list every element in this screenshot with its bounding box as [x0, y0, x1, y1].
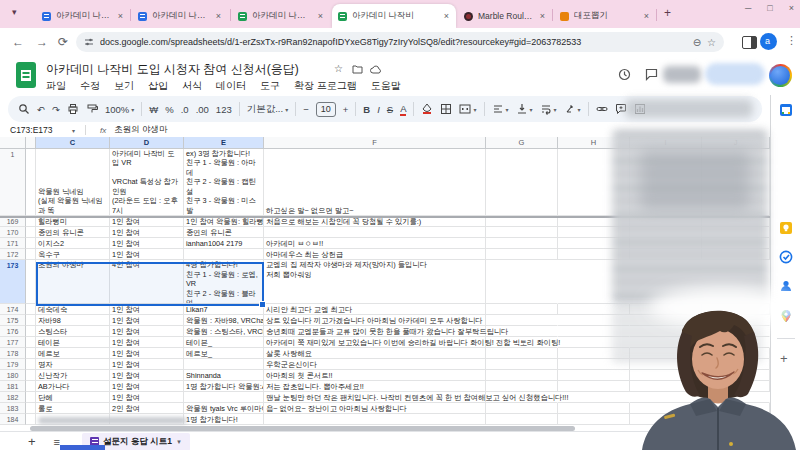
cell[interactable] [486, 249, 558, 260]
cell[interactable]: 롤로 [36, 403, 110, 414]
cell[interactable]: 왁물원 tyals Vrc 루이마이 [184, 403, 264, 414]
link-icon[interactable] [596, 103, 608, 115]
row-header[interactable]: 173 [0, 260, 26, 304]
cell[interactable] [26, 359, 36, 370]
menu-도구[interactable]: 도구 [260, 79, 280, 93]
cell[interactable]: 스팅스타 [36, 326, 110, 337]
star-icon[interactable]: ☆ [334, 63, 343, 74]
cell[interactable]: Shinnanda [184, 370, 264, 381]
name-box[interactable]: C173:E173 [0, 125, 72, 135]
cell[interactable]: 시리안 최고다 교엠 최고다 [264, 304, 486, 315]
cell[interactable]: 1인 참여 [110, 315, 184, 326]
cell[interactable] [486, 381, 558, 392]
fill-color-icon[interactable] [421, 103, 433, 115]
address-bar[interactable]: docs.google.com/spreadsheets/d/1-erZsxTx… [76, 32, 724, 52]
menu-도움말[interactable]: 도움말 [371, 79, 401, 93]
search-icon[interactable] [18, 103, 30, 115]
row-header[interactable]: 179 [0, 359, 26, 370]
cell[interactable] [486, 348, 558, 359]
cell[interactable] [26, 238, 36, 249]
cell[interactable]: 아카데미 쭉 재미있게 보고있습니다 이번에 승리하길 바랍니다 화이팅! 전함… [264, 337, 486, 348]
move-folder-icon[interactable] [352, 65, 363, 74]
document-title[interactable]: 아카데미 나작비 도입 시청자 참여 신청서(응답) [46, 61, 299, 78]
cloud-status-icon[interactable] [370, 65, 382, 74]
cell[interactable] [26, 304, 36, 315]
row-header[interactable]: 183 [0, 403, 26, 414]
cell[interactable]: 명자 [36, 359, 110, 370]
cell[interactable]: 1인 참여 [110, 337, 184, 348]
cell[interactable]: 종연의 유니콘 [36, 227, 110, 238]
cell[interactable] [26, 249, 36, 260]
cell[interactable] [558, 370, 630, 381]
increase-decimal-button[interactable]: .00 [196, 104, 209, 115]
menu-데이터[interactable]: 데이터 [216, 79, 246, 93]
cell[interactable] [486, 149, 558, 216]
back-button[interactable]: ← [12, 34, 24, 50]
cell[interactable]: 살롯 사랑해요 [264, 348, 486, 359]
column-header[interactable] [0, 137, 26, 149]
cell[interactable]: 메르보_ [184, 348, 264, 359]
cell[interactable]: 맨날 눈팅만 하던 작은 팬치입니다. 나작비 컨텐츠에 꼭 한 번 참여해보고… [264, 392, 486, 403]
contacts-icon[interactable] [779, 279, 793, 293]
column-header-G[interactable]: G [486, 137, 558, 149]
font-select[interactable]: 기본값...▾ [247, 103, 288, 116]
forward-button[interactable]: → [36, 34, 48, 50]
bold-button[interactable]: B [363, 104, 370, 115]
cell[interactable] [26, 326, 36, 337]
align-left-icon[interactable]: ▾ [492, 103, 509, 115]
increase-font-button[interactable]: + [343, 104, 349, 115]
cell[interactable] [26, 370, 36, 381]
borders-icon[interactable] [440, 103, 452, 115]
cell[interactable] [558, 414, 630, 425]
cell[interactable] [486, 359, 558, 370]
cell[interactable] [184, 249, 264, 260]
cell[interactable]: 교엠의 집 제작자 야생마와 제자(망아지) 들입니다 저희 뽑아줘잉 [264, 260, 486, 304]
tab-close-icon[interactable]: × [539, 11, 546, 21]
cell[interactable]: 하고싶은 말~ 없으면 말고~ [264, 149, 486, 216]
cell[interactable] [26, 337, 36, 348]
row-header[interactable]: 171 [0, 238, 26, 249]
currency-format-button[interactable]: ₩ [149, 104, 158, 115]
percent-format-button[interactable]: % [165, 104, 173, 115]
cell[interactable] [486, 227, 558, 238]
browser-tab[interactable]: 대포뽑기× [554, 4, 656, 28]
bookmark-star-icon[interactable]: ☆ [707, 37, 716, 48]
redo-icon[interactable]: ↷ [52, 104, 60, 115]
name-box-caret-icon[interactable]: ▾ [72, 127, 75, 134]
paint-format-icon[interactable] [86, 103, 98, 115]
cell[interactable]: 옥수구 [36, 249, 110, 260]
tab-close-icon[interactable]: × [443, 11, 450, 21]
tab-close-icon[interactable]: × [117, 11, 124, 21]
maximize-button[interactable]: □ [767, 3, 772, 13]
row-header[interactable]: 1 [0, 149, 26, 216]
calendar-icon[interactable] [779, 103, 793, 117]
cell[interactable]: 1인 참여 [110, 249, 184, 260]
cell[interactable]: ianhan1004 2179 [184, 238, 264, 249]
cell[interactable]: 1명 참가합니다! [184, 414, 264, 425]
browser-tab[interactable]: 아카데미 나작비× [36, 4, 130, 28]
rotate-text-icon[interactable]: ▾ [564, 103, 581, 115]
column-header-E[interactable]: E [184, 137, 264, 149]
cell[interactable]: 저는 잡초입니다. 뽑아주세요!! [264, 381, 486, 392]
cell[interactable]: 우학군은신이다 [264, 359, 486, 370]
browser-profile-avatar[interactable] [760, 33, 777, 50]
cell[interactable] [26, 381, 36, 392]
row-header[interactable]: 176 [0, 326, 26, 337]
cell[interactable]: 아마데우스 최는 상헌급 [264, 249, 486, 260]
reload-button[interactable]: ⟳ [58, 34, 68, 50]
cell[interactable] [26, 260, 36, 304]
cell[interactable] [26, 392, 36, 403]
cell[interactable]: 1인 참여 [110, 381, 184, 392]
cell[interactable] [558, 381, 630, 392]
cell[interactable]: 음~ 없어요~ 장난이고 아마희님 사랑합니다 [264, 403, 486, 414]
menu-파일[interactable]: 파일 [46, 79, 66, 93]
cell[interactable] [486, 238, 558, 249]
cell[interactable]: 아카데미 ㅂㅇㅂ!! [264, 238, 486, 249]
column-header-C[interactable]: C [36, 137, 110, 149]
cell[interactable] [26, 403, 36, 414]
font-size-input[interactable]: 10 [316, 102, 336, 117]
column-header-D[interactable]: D [110, 137, 184, 149]
tab-close-icon[interactable]: × [317, 11, 324, 21]
cell[interactable]: 왁물원 : 스팅스타, VRCh [184, 326, 264, 337]
cell[interactable]: 1인 참여 [110, 392, 184, 403]
